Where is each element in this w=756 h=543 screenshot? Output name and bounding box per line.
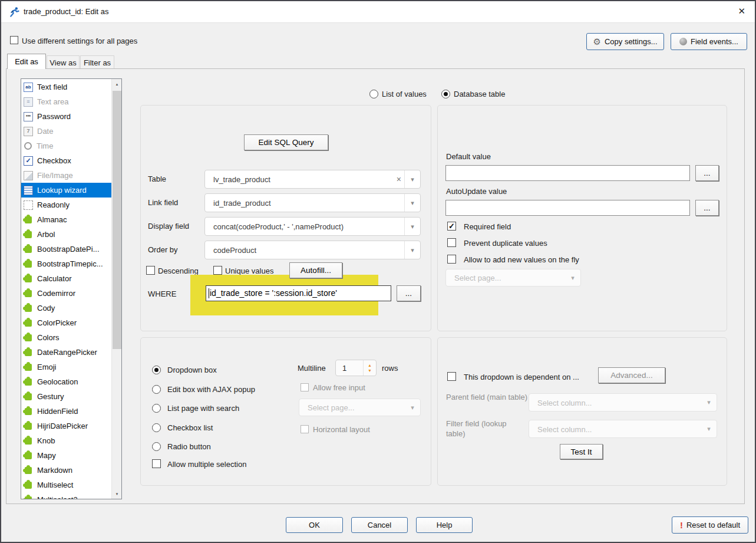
- clear-icon[interactable]: ×: [397, 175, 401, 184]
- multiline-rows-stepper[interactable]: 1 ▲ ▼: [335, 360, 377, 376]
- sidebar-item-bootstraptimepic[interactable]: BootstrapTimepic...: [21, 256, 111, 271]
- allow-multiple-selection-checkbox[interactable]: [152, 459, 161, 468]
- edit-sql-query-label: Edit SQL Query: [258, 138, 313, 147]
- list-scrollbar[interactable]: ▲ ▼: [111, 79, 121, 499]
- cancel-label: Cancel: [368, 521, 391, 529]
- cancel-button[interactable]: Cancel: [351, 517, 408, 533]
- scrollbar-thumb[interactable]: [113, 91, 121, 349]
- autofill-label: Autofill...: [301, 266, 331, 275]
- test-it-button[interactable]: Test It: [560, 444, 603, 459]
- chevron-down-icon: ▾: [701, 420, 717, 437]
- display-field-combobox[interactable]: concat(codeProduct,' - ',nameProduct) ▾: [204, 217, 421, 236]
- sidebar-item-multiselect2[interactable]: Multiselect2: [21, 492, 111, 499]
- sidebar-item-hijridatepicker[interactable]: HijriDatePicker: [21, 419, 111, 433]
- unique-values-checkbox[interactable]: [213, 266, 222, 275]
- sidebar-item-knob[interactable]: Knob: [21, 433, 111, 448]
- sidebar-item-daterangepicker[interactable]: DateRangePicker: [21, 345, 111, 360]
- sidebar-item-cody[interactable]: Cody: [21, 301, 111, 315]
- field-events-button[interactable]: Field events...: [671, 33, 747, 50]
- chevron-down-icon[interactable]: ▾: [404, 241, 420, 259]
- copy-settings-button[interactable]: ⚙ Copy settings...: [586, 33, 664, 50]
- where-input[interactable]: id_trade_store = ':session.id_store': [206, 285, 391, 301]
- sidebar-item-codemirror[interactable]: Codemirror: [21, 286, 111, 301]
- radio-dropdown-box[interactable]: [152, 366, 161, 374]
- edit-sql-query-button[interactable]: Edit SQL Query: [244, 134, 328, 150]
- sidebar-item-password[interactable]: ***Password: [21, 109, 111, 124]
- sidebar-item-text-area[interactable]: ≡Text area: [21, 94, 111, 109]
- scroll-up-icon[interactable]: ▲: [112, 79, 122, 89]
- default-value-input[interactable]: [445, 165, 690, 181]
- default-value-more-button[interactable]: ...: [695, 165, 719, 181]
- ellipsis-label: ...: [405, 289, 412, 298]
- autoupdate-value-more-button[interactable]: ...: [695, 200, 719, 216]
- database-table-radio[interactable]: [441, 90, 450, 98]
- sidebar-item-colorpicker[interactable]: ColorPicker: [21, 315, 111, 330]
- list-of-values-radio[interactable]: [369, 90, 378, 98]
- sidebar-item-file-image[interactable]: File/Image: [21, 168, 111, 183]
- tab-view-as[interactable]: View as: [47, 55, 80, 69]
- list-page-select: Select page... ▾: [299, 399, 421, 416]
- sidebar-item-mapy[interactable]: Mapy: [21, 448, 111, 463]
- autoupdate-value-input[interactable]: [445, 200, 690, 216]
- chevron-down-icon[interactable]: ▾: [404, 218, 420, 235]
- sidebar-item-hiddenfield[interactable]: HiddenField: [21, 404, 111, 419]
- sidebar-item-readonly[interactable]: Readonly: [21, 198, 111, 212]
- chevron-down-icon[interactable]: ▾: [404, 194, 420, 212]
- scroll-down-icon[interactable]: ▼: [112, 489, 122, 499]
- sidebar-item-markdown[interactable]: Markdown: [21, 463, 111, 478]
- password-icon: ***: [24, 112, 33, 121]
- help-button[interactable]: Help: [416, 517, 473, 533]
- table-combobox[interactable]: lv_trade_product × ▾: [204, 170, 421, 189]
- spin-up-icon[interactable]: ▲: [368, 363, 372, 367]
- radio-radio-button-label: Radio button: [167, 442, 211, 451]
- sidebar-item-gestury[interactable]: Gestury: [21, 389, 111, 404]
- sidebar-item-label: Readonly: [37, 200, 70, 209]
- autofill-button[interactable]: Autofill...: [289, 262, 342, 278]
- parent-field-label: Parent field (main table): [446, 392, 527, 402]
- list-page-placeholder: Select page...: [308, 403, 355, 412]
- allow-multiple-selection-label: Allow multiple selection: [167, 460, 246, 469]
- sidebar-item-lookup-wizard[interactable]: Lookup wizard: [21, 183, 111, 198]
- ok-button[interactable]: OK: [286, 517, 343, 533]
- order-by-combobox[interactable]: codeProduct ▾: [204, 241, 421, 259]
- sidebar-item-multiselect[interactable]: Multiselect: [21, 478, 111, 492]
- list-of-values-label: List of values: [382, 90, 427, 98]
- radio-edit-box-ajax[interactable]: [152, 385, 161, 394]
- multiline-rows-value: 1: [342, 364, 346, 373]
- where-more-button[interactable]: ...: [397, 285, 421, 301]
- puzzle-icon: [25, 379, 32, 386]
- allow-new-values-checkbox[interactable]: [447, 255, 456, 264]
- use-different-settings-checkbox[interactable]: [10, 36, 18, 44]
- descending-checkbox[interactable]: [146, 266, 155, 275]
- sidebar-item-colors[interactable]: Colors: [21, 330, 111, 345]
- required-field-checkbox[interactable]: ✓: [447, 222, 456, 231]
- sidebar-item-checkbox[interactable]: ✓Checkbox: [21, 153, 111, 168]
- radio-list-page-search[interactable]: [152, 404, 161, 413]
- reset-to-default-button[interactable]: ! Reset to default: [672, 516, 748, 534]
- tab-filter-as[interactable]: Filter as: [80, 55, 114, 69]
- sidebar-item-label: Almanac: [37, 215, 67, 224]
- spin-down-icon[interactable]: ▼: [368, 368, 372, 373]
- textfield-icon: ab: [24, 83, 33, 92]
- sidebar-item-geolocation[interactable]: Geolocation: [21, 374, 111, 389]
- sidebar-item-emoji[interactable]: Emoji: [21, 360, 111, 374]
- close-icon[interactable]: ✕: [738, 6, 745, 17]
- sidebar-item-calculator[interactable]: Calculator: [21, 271, 111, 286]
- sidebar-item-arbol[interactable]: Arbol: [21, 227, 111, 242]
- link-field-combobox[interactable]: id_trade_product ▾: [204, 193, 421, 212]
- chevron-down-icon[interactable]: ▾: [404, 170, 420, 188]
- readonly-icon: [24, 200, 33, 210]
- prevent-duplicates-checkbox[interactable]: [447, 238, 456, 247]
- radio-radio-button[interactable]: [152, 442, 161, 451]
- sidebar-item-almanac[interactable]: Almanac: [21, 212, 111, 227]
- tab-edit-as[interactable]: Edit as: [7, 54, 46, 69]
- sidebar-item-bootstrapdatepi[interactable]: BootstrapDatePi...: [21, 242, 111, 256]
- puzzle-icon: [25, 408, 32, 415]
- radio-checkbox-list[interactable]: [152, 423, 161, 432]
- sidebar-item-time[interactable]: Time: [21, 139, 111, 153]
- test-it-label: Test It: [570, 447, 592, 456]
- sidebar-item-text-field[interactable]: abText field: [21, 80, 111, 94]
- sidebar-item-date[interactable]: 7Date: [21, 124, 111, 139]
- puzzle-icon: [25, 275, 32, 282]
- dependent-checkbox[interactable]: [447, 372, 456, 381]
